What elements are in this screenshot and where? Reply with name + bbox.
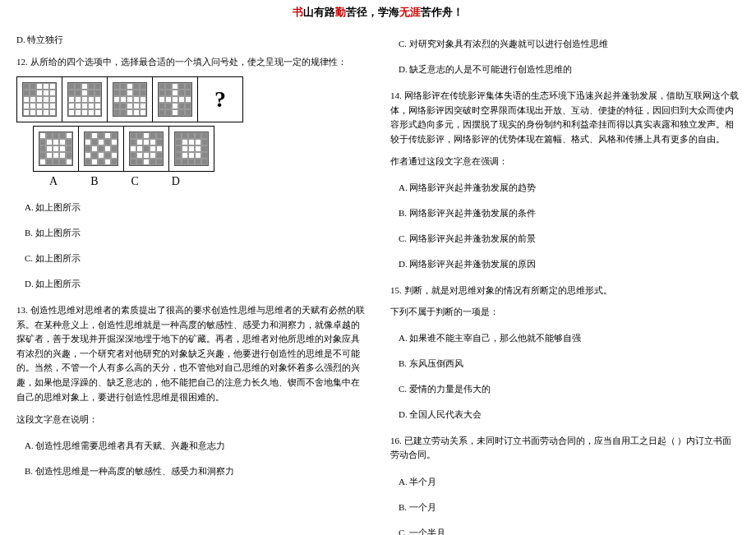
q14-option-a: A. 网络影评兴起并蓬勃发展的趋势 (399, 182, 740, 194)
q15-prompt: 下列不属于判断的一项是： (390, 305, 740, 319)
label-c: C (131, 175, 138, 188)
q13-option-c: C. 对研究对象具有浓烈的兴趣就可以进行创造性思维 (399, 38, 740, 50)
right-column: C. 对研究对象具有浓烈的兴趣就可以进行创造性思维 D. 缺乏意志的人是不可能进… (390, 25, 740, 535)
header-text: 书 (293, 6, 303, 18)
figure-top-row: ? (16, 76, 243, 122)
figure-cell (62, 77, 108, 122)
figure-cell (169, 127, 214, 171)
q12-option-c: C. 如上图所示 (25, 252, 366, 265)
label-b: B (90, 175, 98, 188)
q16-option-b: B. 一个月 (399, 501, 740, 514)
figure-cell (17, 77, 62, 122)
page-header: 书山有路勤苦径，学海无涯苦作舟！ (0, 0, 756, 25)
label-a: A (49, 175, 58, 188)
q14-passage: 14. 网络影评在传统影评集体失语的生态环境下迅速兴起并蓬勃发展，借助互联网这个… (390, 89, 740, 146)
q14-prompt: 作者通过这段文字意在强调： (390, 155, 740, 168)
q15-stem: 15. 判断，就是对思维对象的情况有所断定的思维形式。 (390, 284, 740, 297)
q15-option-c: C. 爱情的力量是伟大的 (399, 383, 740, 395)
figure-cell (79, 127, 124, 171)
q15-option-d: D. 全国人民代表大会 (399, 408, 740, 421)
q11-option-d: D. 特立独行 (16, 33, 366, 47)
q16-option-a: A. 半个月 (399, 476, 740, 488)
q13-prompt: 这段文字意在说明： (16, 413, 366, 427)
q14-option-b: B. 网络影评兴起并蓬勃发展的条件 (399, 207, 740, 219)
q12-stem: 12. 从所给的四个选项中，选择最合适的一个填入问号处，使之呈现一定的规律性： (16, 55, 366, 69)
q15-option-b: B. 东风压倒西风 (399, 357, 740, 370)
figure-labels: A B C D (49, 175, 366, 188)
q13-option-a: A. 创造性思维需要思维者具有天赋、兴趣和意志力 (25, 440, 366, 452)
q16-option-c: C. 一个半月 (399, 527, 740, 535)
q13-passage: 13. 创造性思维对思维者的素质提出了很高的要求创造性思维与思维者的天赋有必然的… (16, 303, 366, 404)
header-text: 无涯 (399, 6, 421, 18)
figure-cell (108, 77, 153, 122)
figure-cell (124, 127, 169, 171)
label-d: D (172, 175, 180, 188)
q13-option-b: B. 创造性思维是一种高度的敏感性、感受力和洞察力 (25, 465, 366, 477)
figure-cell-question: ? (198, 77, 242, 122)
q12-option-d: D. 如上图所示 (25, 278, 366, 290)
question-mark-icon: ? (203, 86, 237, 113)
header-text: 苦径，学海 (346, 6, 399, 18)
q16-stem: 16. 已建立劳动关系，未同时订立书面劳动合同的，应当自用工之日起（ ）内订立书… (390, 434, 740, 463)
q14-option-c: C. 网络影评兴起并蓬勃发展的前景 (399, 233, 740, 245)
q15-option-a: A. 如果谁不能主宰自己，那么他就不能够自强 (399, 332, 740, 344)
header-text: 苦作舟！ (421, 6, 463, 18)
q12-figure: ? A B C D (16, 76, 366, 188)
figure-cell (153, 77, 198, 122)
left-column: D. 特立独行 12. 从所给的四个选项中，选择最合适的一个填入问号处，使之呈现… (16, 25, 366, 535)
header-text: 山有路 (303, 6, 335, 18)
q12-option-a: A. 如上图所示 (25, 201, 366, 214)
figure-cell (34, 127, 79, 171)
q14-option-d: D. 网络影评兴起并蓬勃发展的原因 (399, 258, 740, 270)
header-text: 勤 (335, 6, 346, 18)
q12-option-b: B. 如上图所示 (25, 227, 366, 239)
figure-answer-row (33, 126, 214, 172)
q13-option-d: D. 缺乏意志的人是不可能进行创造性思维的 (399, 63, 740, 76)
